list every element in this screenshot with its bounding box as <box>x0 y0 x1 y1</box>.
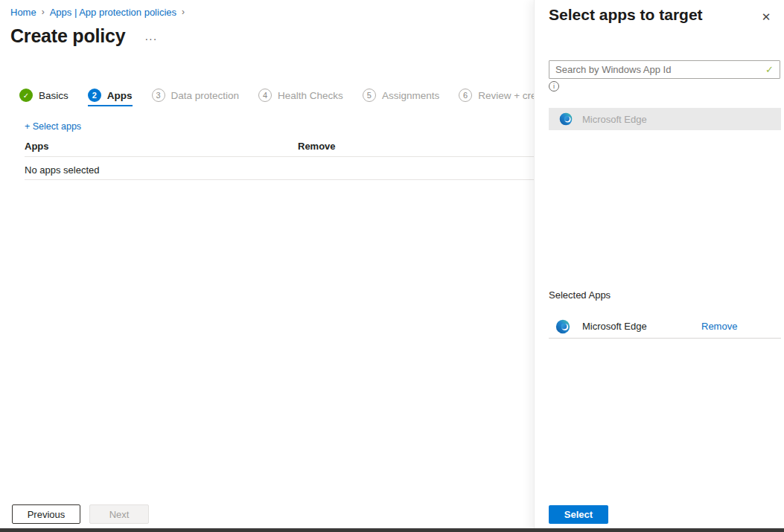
tab-label: Data protection <box>171 90 240 101</box>
tab-basics[interactable]: ✓ Basics <box>19 86 68 105</box>
remove-column-header: Remove <box>298 141 336 152</box>
step-number-badge: 2 <box>88 89 101 102</box>
wizard-steps: ✓ Basics 2 Apps 3 Data protection 4 Heal… <box>19 86 550 105</box>
chevron-right-icon: › <box>42 7 45 17</box>
step-number-badge: 6 <box>459 89 472 102</box>
step-number-badge: 5 <box>363 89 376 102</box>
microsoft-edge-icon <box>555 318 571 335</box>
search-field-wrap: ✓ <box>549 60 780 79</box>
breadcrumb-app-protection-policies-link[interactable]: Apps | App protection policies <box>50 7 176 18</box>
app-result-row-microsoft-edge[interactable]: Microsoft Edge <box>549 108 781 130</box>
select-apps-link[interactable]: + Select apps <box>25 121 81 132</box>
app-result-name: Microsoft Edge <box>582 114 647 125</box>
step-done-check-icon: ✓ <box>19 89 33 102</box>
tab-assignments[interactable]: 5 Assignments <box>363 86 439 105</box>
tab-apps[interactable]: 2 Apps <box>88 86 133 105</box>
window-bottom-edge <box>0 528 784 532</box>
search-input[interactable] <box>549 60 780 79</box>
step-number-badge: 3 <box>152 89 165 102</box>
info-icon[interactable]: i <box>549 81 559 92</box>
previous-button[interactable]: Previous <box>12 504 80 524</box>
tab-label: Basics <box>39 90 68 101</box>
breadcrumb: Home › Apps | App protection policies › <box>10 7 185 18</box>
apps-column-header: Apps <box>25 141 49 152</box>
title-row: Create policy ··· <box>10 25 157 47</box>
close-icon[interactable]: ✕ <box>758 9 774 25</box>
create-policy-screen: Home › Apps | App protection policies › … <box>0 0 784 532</box>
select-apps-panel: Select apps to target ✕ ✓ i <box>534 0 784 532</box>
tab-label: Assignments <box>382 90 439 101</box>
breadcrumb-home-link[interactable]: Home <box>10 7 36 18</box>
valid-check-icon: ✓ <box>765 64 774 75</box>
overflow-menu-icon[interactable]: ··· <box>144 28 157 45</box>
tab-data-protection[interactable]: 3 Data protection <box>152 86 240 105</box>
step-number-badge: 4 <box>258 89 272 102</box>
next-button[interactable]: Next <box>89 504 149 524</box>
tab-label: Apps <box>107 90 133 101</box>
microsoft-edge-icon <box>558 112 573 126</box>
chevron-right-icon: › <box>182 7 185 17</box>
selected-app-name: Microsoft Edge <box>582 321 647 332</box>
selected-app-row-microsoft-edge: Microsoft Edge Remove <box>549 315 781 339</box>
page-title: Create policy <box>10 25 125 47</box>
tab-health-checks[interactable]: 4 Health Checks <box>258 86 343 105</box>
select-button[interactable]: Select <box>549 505 608 524</box>
selected-apps-label: Selected Apps <box>549 289 611 301</box>
remove-app-link[interactable]: Remove <box>701 321 737 332</box>
empty-apps-message: No apps selected <box>25 164 99 176</box>
tab-label: Health Checks <box>278 90 343 101</box>
panel-title: Select apps to target <box>549 6 703 24</box>
